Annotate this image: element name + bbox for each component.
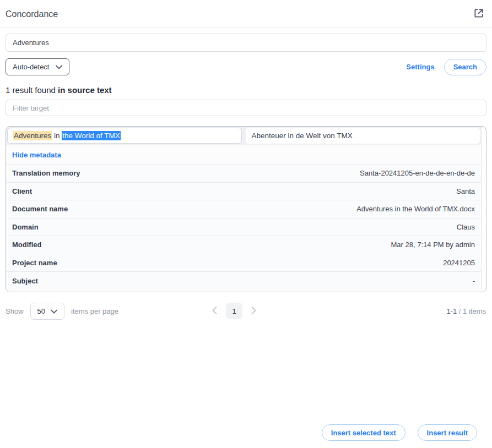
metadata-toggle-row: Hide metadata bbox=[6, 145, 481, 165]
chevron-down-icon bbox=[51, 307, 57, 315]
items-per-page-label: items per page bbox=[71, 307, 118, 315]
result-row[interactable]: Adventures in the World of TMX Abenteuer… bbox=[6, 127, 481, 145]
search-button[interactable]: Search bbox=[444, 59, 486, 75]
metadata-row-document-name: Document name Adventures in the World of… bbox=[6, 200, 481, 218]
previous-page-button[interactable] bbox=[210, 304, 219, 318]
metadata-row-project-name: Project name 20241205 bbox=[6, 254, 481, 272]
metadata-value: 20241205 bbox=[443, 259, 475, 267]
items-range-info: 1-1 / 1 items bbox=[446, 307, 486, 315]
metadata-row-modified: Modified Mar 28, 7:14 PM by admin bbox=[6, 236, 481, 254]
metadata-row-translation-memory: Translation memory Santa-20241205-en-de-… bbox=[6, 165, 481, 183]
results-scope-text: in source text bbox=[58, 85, 112, 95]
metadata-row-subject: Subject - bbox=[6, 272, 481, 290]
source-plain-text: in bbox=[52, 132, 62, 140]
language-mode-dropdown[interactable]: Auto-detect bbox=[6, 58, 69, 75]
metadata-label: Document name bbox=[12, 205, 68, 213]
chevron-left-icon bbox=[212, 307, 217, 316]
toolbar-right: Settings Search bbox=[406, 59, 486, 75]
language-mode-label: Auto-detect bbox=[13, 63, 50, 71]
chevron-down-icon bbox=[56, 63, 62, 71]
pager-controls: 1 bbox=[210, 303, 258, 319]
total-items-text: / 1 items bbox=[457, 307, 486, 315]
results-card: Adventures in the World of TMX Abenteuer… bbox=[6, 126, 486, 292]
concordance-panel: Concordance Auto-detect Settings Searc bbox=[0, 0, 492, 448]
range-text: 1-1 bbox=[446, 307, 457, 315]
insert-selected-text-button[interactable]: Insert selected text bbox=[322, 424, 406, 441]
metadata-value: Mar 28, 7:14 PM by admin bbox=[391, 241, 475, 249]
card-bottom-padding bbox=[6, 290, 486, 292]
results-rows: Adventures in the World of TMX Abenteuer… bbox=[6, 127, 482, 290]
result-source-cell[interactable]: Adventures in the World of TMX bbox=[7, 128, 242, 144]
results-count-text: 1 result found bbox=[6, 85, 58, 95]
metadata-label: Translation memory bbox=[12, 169, 80, 177]
result-target-cell[interactable]: Abenteuer in de Welt von TMX bbox=[246, 128, 480, 144]
hide-metadata-link[interactable]: Hide metadata bbox=[12, 151, 61, 159]
page-title: Concordance bbox=[6, 9, 58, 19]
metadata-label: Modified bbox=[12, 241, 41, 249]
footer-actions: Insert selected text Insert result bbox=[322, 424, 477, 441]
show-label: Show bbox=[6, 307, 24, 315]
metadata-label: Domain bbox=[12, 223, 39, 231]
metadata-value: Santa-20241205-en-de-de-en-de-de bbox=[360, 169, 475, 177]
page-size-value: 50 bbox=[37, 307, 45, 315]
page-number-button[interactable]: 1 bbox=[226, 303, 242, 319]
next-page-button[interactable] bbox=[249, 304, 258, 318]
metadata-label: Client bbox=[12, 187, 32, 195]
open-in-new-window-button[interactable] bbox=[472, 7, 485, 21]
metadata-value: Santa bbox=[456, 187, 475, 195]
metadata-label: Project name bbox=[12, 259, 57, 267]
source-selected-text: the World of TMX bbox=[62, 131, 121, 140]
page-size-dropdown[interactable]: 50 bbox=[30, 303, 64, 320]
metadata-value: Claus bbox=[457, 223, 475, 231]
metadata-label: Subject bbox=[12, 277, 38, 285]
metadata-value: Adventures in the World of TMX.docx bbox=[356, 205, 475, 213]
metadata-row-client: Client Santa bbox=[6, 183, 481, 201]
metadata-row-domain: Domain Claus bbox=[6, 218, 481, 237]
results-summary: 1 result found in source text bbox=[6, 85, 486, 95]
concordance-search-input[interactable] bbox=[6, 34, 486, 52]
filter-target-input[interactable] bbox=[6, 100, 486, 116]
pagination-bar: Show 50 items per page 1 bbox=[6, 303, 486, 320]
panel-header: Concordance bbox=[0, 0, 492, 28]
settings-link[interactable]: Settings bbox=[406, 63, 434, 71]
insert-result-button[interactable]: Insert result bbox=[418, 424, 477, 441]
external-link-icon bbox=[473, 8, 484, 20]
metadata-value: - bbox=[473, 277, 475, 285]
search-toolbar: Auto-detect Settings Search bbox=[6, 58, 486, 75]
chevron-right-icon bbox=[251, 307, 256, 316]
source-highlighted-term: Adventures bbox=[13, 131, 52, 140]
